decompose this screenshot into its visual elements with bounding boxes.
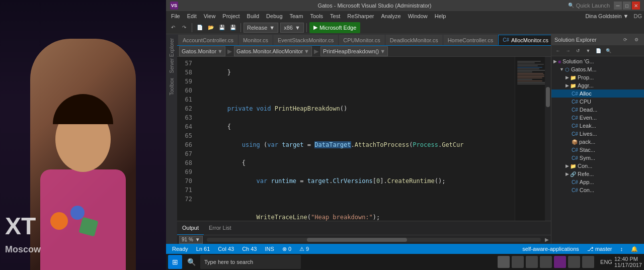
menu-edit[interactable]: Edit (184, 11, 200, 21)
sign-in-icon[interactable]: DG (634, 13, 642, 19)
tree-sym[interactable]: C# Sym... (551, 154, 644, 162)
content-area: Server Explorer Toolbox AccountControlle… (166, 34, 644, 244)
status-sync-icon[interactable]: ↕ (618, 246, 625, 252)
undo-button[interactable]: ↶ (168, 23, 178, 33)
platform-dropdown[interactable]: x86 ▼ (280, 23, 304, 33)
tab-deadlock[interactable]: DeadlockMonitor.cs (385, 35, 443, 45)
horizontal-scrollbar[interactable] (207, 238, 541, 242)
sol-collapse-btn[interactable]: ▼ (584, 46, 593, 55)
menu-tools[interactable]: Tools (307, 11, 326, 21)
sol-sync-btn[interactable]: ⟳ (621, 35, 630, 44)
tree-project[interactable]: ▼ ⬡ Gatos.M... (551, 65, 644, 73)
tab-home-controller[interactable]: HomeController.cs (443, 35, 498, 45)
solution-explorer-panel: Solution Explorer ⟳ ⚙ ← → ↺ ▼ 📄 🔍 ▶ ■ So… (551, 34, 644, 244)
search-icon: 🔍 (568, 3, 574, 9)
output-tab[interactable]: Output (177, 221, 204, 235)
zoom-control[interactable]: 91 % ▼ (179, 236, 203, 244)
sol-back-btn[interactable]: ← (553, 46, 562, 55)
config-dropdown[interactable]: Release ▼ (244, 23, 278, 33)
solution-explorer-header: Solution Explorer ⟳ ⚙ (551, 34, 644, 45)
menu-debug[interactable]: Debug (263, 11, 285, 21)
tree-alloc[interactable]: C# Alloc (551, 89, 644, 98)
error-list-tab[interactable]: Error List (204, 221, 236, 235)
vertical-scrollbar[interactable] (545, 57, 551, 221)
tree-app[interactable]: C# App... (551, 178, 644, 186)
tab-eventstacks[interactable]: EventStacksMonitor.cs (273, 35, 338, 45)
search-button[interactable]: 🔍 (184, 255, 198, 269)
tree-con2[interactable]: C# Con... (551, 186, 644, 194)
tab-alloc-monitor[interactable]: C# AllocMonitor.cs ✕ (498, 35, 551, 45)
status-notify-icon[interactable]: 🔔 (629, 246, 640, 252)
taskbar-app1[interactable] (526, 256, 538, 268)
taskbar-app2[interactable] (540, 256, 552, 268)
server-explorer-tab[interactable]: Server Explorer (169, 36, 175, 75)
taskbar-app4[interactable] (582, 256, 594, 268)
tree-cpu[interactable]: C# CPU (551, 98, 644, 106)
close-button[interactable]: ✕ (632, 2, 640, 10)
minimize-button[interactable]: ─ (614, 2, 622, 10)
sol-show-files-btn[interactable]: 📄 (594, 46, 603, 55)
tree-aggr[interactable]: ▶ 📁 Aggr... (551, 81, 644, 89)
title-bar-text: Gatos - Microsoft Visual Studio (Adminis… (181, 3, 568, 9)
tab-label: CPUMonitor.cs (343, 37, 380, 43)
menu-project[interactable]: Project (219, 11, 243, 21)
tree-lives[interactable]: C# Lives... (551, 130, 644, 138)
tree-stac[interactable]: C# Stac... (551, 146, 644, 154)
toolbox-tab[interactable]: Toolbox (169, 76, 175, 97)
taskbar-vs[interactable] (554, 256, 566, 268)
tree-solution[interactable]: ▶ ■ Solution 'G... (551, 57, 644, 65)
menu-view[interactable]: View (201, 11, 219, 21)
solution-icon: ■ (558, 59, 561, 64)
zoom-arrow: ▼ (195, 237, 200, 242)
redo-button[interactable]: ↷ (179, 23, 189, 33)
menu-window[interactable]: Window (405, 11, 431, 21)
taskbar-explorer[interactable] (512, 256, 524, 268)
tab-monitor[interactable]: Monitor.cs (238, 35, 273, 45)
tree-refe[interactable]: ▶ 🔗 Refe... (551, 170, 644, 178)
menu-analyze[interactable]: Analyze (378, 11, 404, 21)
menu-build[interactable]: Build (244, 11, 262, 21)
sol-forward-btn[interactable]: → (564, 46, 573, 55)
tree-arrow-prop: ▶ (566, 75, 569, 80)
taskbar-edge[interactable] (498, 256, 510, 268)
sol-filter-btn[interactable]: 🔍 (604, 46, 613, 55)
code-area[interactable]: } private void PrintHeapBreakdown() { us… (196, 57, 515, 221)
breadcrumb-method[interactable]: PrintHeapBreakdown() ▼ (320, 46, 388, 56)
tab-cpu-monitor[interactable]: CPUMonitor.cs (339, 35, 384, 45)
run-button[interactable]: ▶ Microsoft Edge (309, 22, 360, 33)
tray-lang: ENG (600, 259, 612, 265)
save-all-button[interactable]: 💾 (228, 23, 238, 33)
tree-leak[interactable]: C# Leak... (551, 122, 644, 130)
menu-test[interactable]: Test (327, 11, 343, 21)
open-button[interactable]: 📂 (206, 23, 216, 33)
search-area: 🔍 Quick Launch (568, 3, 610, 9)
tree-con[interactable]: ▶ 📁 Con... (551, 162, 644, 170)
menu-file[interactable]: File (168, 11, 183, 21)
start-button[interactable]: ⊞ (168, 255, 182, 269)
breadcrumb-project[interactable]: Gatos.Monitor ▼ (179, 46, 225, 56)
taskbar-app3[interactable] (568, 256, 580, 268)
tree-pack[interactable]: 📦 pack... (551, 138, 644, 146)
horizontal-thumb[interactable] (307, 238, 407, 242)
menu-help[interactable]: Help (432, 11, 449, 21)
menu-team[interactable]: Team (287, 11, 306, 21)
tab-close-button[interactable]: ✕ (550, 37, 551, 43)
scroll-right-btn[interactable]: ▶ (545, 237, 549, 242)
save-button[interactable]: 💾 (217, 23, 227, 33)
sol-refresh-btn[interactable]: ↺ (574, 46, 583, 55)
new-file-button[interactable]: 📄 (195, 23, 205, 33)
tree-even[interactable]: C# Even... (551, 114, 644, 122)
tree-properties[interactable]: ▶ 📁 Prop... (551, 73, 644, 81)
sol-settings-btn[interactable]: ⚙ (632, 35, 641, 44)
menu-resharper[interactable]: ReSharper (344, 11, 377, 21)
scrollbar-thumb[interactable] (546, 87, 550, 107)
status-branch: ⎇ master (585, 246, 614, 252)
system-tray: ENG 12:40 PM11/17/2017 (600, 256, 642, 268)
tree-lives-label: Lives... (580, 131, 597, 137)
breadcrumb-class[interactable]: Gatos.Monitor.AllocMonitor ▼ (234, 46, 312, 56)
maximize-button[interactable]: □ (623, 2, 631, 10)
tab-account-controller[interactable]: AccountController.cs (178, 35, 238, 45)
quick-launch[interactable]: Quick Launch (576, 3, 610, 9)
search-box[interactable]: Type here to search (200, 255, 301, 269)
tree-dead[interactable]: C# Dead... (551, 106, 644, 114)
